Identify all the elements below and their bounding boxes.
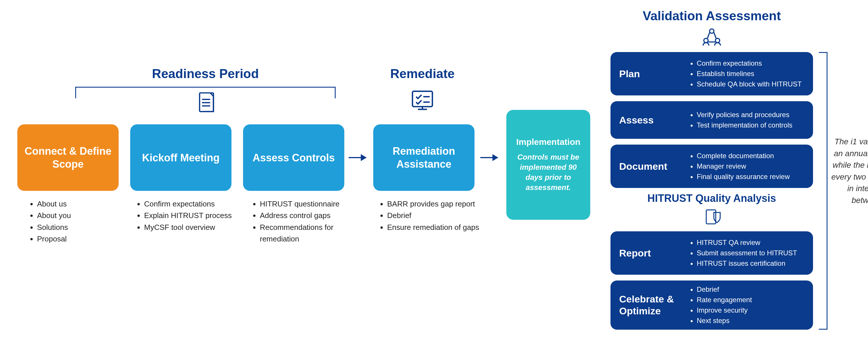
svg-rect-4 bbox=[412, 91, 433, 107]
list-item: Solutions bbox=[37, 221, 116, 233]
arrow-icon bbox=[480, 157, 498, 158]
list-item: Next steps bbox=[697, 315, 752, 326]
list-item: Final quality assurance review bbox=[697, 171, 789, 182]
connect-card: Connect & Define Scope bbox=[18, 124, 119, 191]
annual-bracket bbox=[819, 52, 828, 329]
shield-doc-icon bbox=[703, 207, 723, 227]
list-item: Address control gaps bbox=[260, 210, 347, 221]
checklist-icon bbox=[408, 87, 437, 116]
list-item: Recommendations for remediation bbox=[260, 221, 347, 245]
svg-point-9 bbox=[710, 29, 714, 33]
list-item: MyCSF tool overview bbox=[144, 221, 235, 233]
remediate-title: Remediate bbox=[370, 66, 474, 81]
assess-label: Assess bbox=[619, 114, 689, 126]
plan-box: Plan Confirm expectationsEstablish timel… bbox=[611, 52, 813, 95]
implementation-card: Implementation Controls must be implemen… bbox=[506, 110, 590, 220]
list-item: Verify policies and procedures bbox=[697, 109, 793, 120]
list-item: Confirm expectations bbox=[144, 198, 235, 210]
svg-point-10 bbox=[704, 38, 708, 43]
report-box: Report HITRUST QA reviewSubmit assessmen… bbox=[611, 231, 813, 275]
list-item: About you bbox=[37, 210, 116, 221]
celebrate-label: Celebrate & Optimize bbox=[619, 293, 689, 317]
list-item: Establish timelines bbox=[697, 68, 802, 79]
list-item: BARR provides gap report bbox=[387, 198, 483, 210]
list-item: Schedule QA block with HITRUST bbox=[697, 79, 802, 89]
list-item: Complete documentation bbox=[697, 151, 789, 161]
celebrate-box: Celebrate & Optimize DebriefRate engagem… bbox=[611, 281, 813, 329]
list-item: Manager review bbox=[697, 161, 789, 171]
document-box: Document Complete documentationManager r… bbox=[611, 145, 813, 188]
kickoff-card: Kickoff Meeting bbox=[130, 124, 231, 191]
remediation-bullets: BARR provides gap reportDebriefEnsure re… bbox=[379, 198, 483, 233]
implementation-body: Controls must be implemented 90 days pri… bbox=[512, 152, 585, 193]
list-item: HITRUST issues certification bbox=[697, 258, 797, 269]
assess-controls-bullets: HITRUST questionnaireAddress control gap… bbox=[252, 198, 347, 245]
hitrust-quality-title: HITRUST Quality Analysis bbox=[640, 192, 784, 204]
report-bullets: HITRUST QA reviewSubmit assessment to HI… bbox=[689, 238, 797, 269]
arrow-icon bbox=[349, 157, 366, 158]
assess-controls-card: Assess Controls bbox=[243, 124, 344, 191]
list-item: Test implementation of controls bbox=[697, 120, 793, 130]
assess-bullets: Verify policies and proceduresTest imple… bbox=[689, 109, 793, 130]
annual-note: The i1 validation is an annual process, … bbox=[830, 136, 868, 207]
list-item: HITRUST questionnaire bbox=[260, 198, 347, 210]
document-label: Document bbox=[619, 160, 689, 172]
list-item: Ensure remediation of gaps bbox=[387, 221, 483, 233]
list-item: Confirm expectations bbox=[697, 58, 802, 68]
list-item: Explain HITRUST process bbox=[144, 210, 235, 221]
list-item: Debrief bbox=[697, 284, 752, 295]
plan-bullets: Confirm expectationsEstablish timelinesS… bbox=[689, 58, 802, 89]
readiness-title: Readiness Period bbox=[133, 66, 278, 81]
list-item: About us bbox=[37, 198, 116, 210]
list-item: Debrief bbox=[387, 210, 483, 221]
people-icon bbox=[700, 26, 723, 49]
document-icon bbox=[192, 90, 223, 116]
connect-bullets: About usAbout youSolutionsProposal bbox=[29, 198, 116, 245]
validation-title: Validation Assessment bbox=[631, 9, 793, 23]
implementation-title: Implementation bbox=[516, 137, 580, 147]
document-bullets: Complete documentationManager reviewFina… bbox=[689, 151, 789, 182]
connect-title: Connect & Define Scope bbox=[23, 145, 114, 170]
list-item: Proposal bbox=[37, 233, 116, 245]
kickoff-bullets: Confirm expectationsExplain HITRUST proc… bbox=[136, 198, 235, 233]
svg-point-11 bbox=[715, 38, 720, 43]
celebrate-bullets: DebriefRate engagementImprove securityNe… bbox=[689, 284, 752, 326]
kickoff-title: Kickoff Meeting bbox=[142, 151, 220, 164]
plan-label: Plan bbox=[619, 68, 689, 80]
report-label: Report bbox=[619, 247, 689, 259]
list-item: Rate engagement bbox=[697, 295, 752, 305]
list-item: Submit assessment to HITRUST bbox=[697, 248, 797, 258]
remediation-card: Remediation Assistance bbox=[373, 124, 474, 191]
list-item: Improve security bbox=[697, 305, 752, 315]
assess-controls-title: Assess Controls bbox=[253, 151, 335, 164]
assess-box: Assess Verify policies and proceduresTes… bbox=[611, 101, 813, 139]
remediation-title: Remediation Assistance bbox=[378, 145, 469, 170]
list-item: HITRUST QA review bbox=[697, 238, 797, 248]
